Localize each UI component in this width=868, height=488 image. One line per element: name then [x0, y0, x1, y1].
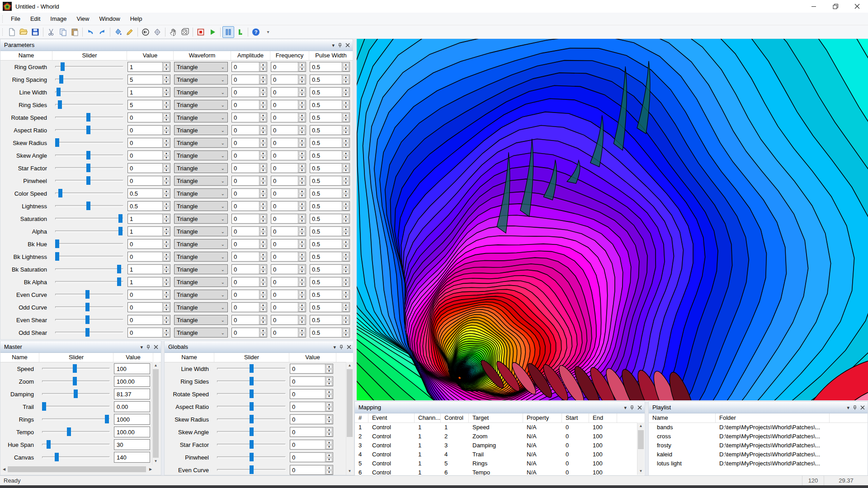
vertical-splitter[interactable]: [353, 39, 357, 400]
pulse-width-input[interactable]: [310, 239, 342, 249]
slider-track[interactable]: [55, 91, 123, 93]
spin-up-icon[interactable]: ▲: [343, 126, 349, 130]
new-file-button[interactable]: [6, 26, 18, 38]
spin-up-icon[interactable]: ▲: [260, 139, 266, 143]
waveform-select[interactable]: Triangle⌄: [174, 264, 228, 274]
menu-item-help[interactable]: Help: [125, 14, 147, 24]
spin-up-icon[interactable]: ▲: [299, 164, 305, 168]
spin-up-icon[interactable]: ▲: [326, 365, 332, 369]
master-value-input[interactable]: 1000: [114, 414, 150, 425]
spin-down-icon[interactable]: ▼: [260, 194, 266, 198]
slider-track[interactable]: [55, 129, 123, 131]
spin-up-icon[interactable]: ▲: [260, 63, 266, 67]
column-header-slider[interactable]: Slider: [214, 353, 289, 362]
column-header-folder[interactable]: Folder: [716, 413, 830, 422]
spin-down-icon[interactable]: ▼: [326, 432, 332, 436]
slider-thumb[interactable]: [74, 389, 78, 398]
scroll-down-icon[interactable]: ▼: [152, 458, 159, 465]
column-header-control[interactable]: Control: [441, 413, 469, 422]
spin-down-icon[interactable]: ▼: [299, 308, 305, 312]
master-value-input[interactable]: 100.00: [114, 376, 150, 387]
spin-down-icon[interactable]: ▼: [299, 118, 305, 122]
spin-up-icon[interactable]: ▲: [343, 139, 349, 143]
step-button[interactable]: [234, 26, 246, 38]
spin-down-icon[interactable]: ▼: [343, 257, 349, 261]
fill-button[interactable]: [112, 26, 124, 38]
spin-down-icon[interactable]: ▼: [260, 105, 266, 109]
frequency-input[interactable]: [271, 62, 298, 71]
spin-down-icon[interactable]: ▼: [343, 219, 349, 223]
slider-track[interactable]: [55, 155, 123, 156]
frequency-input[interactable]: [271, 138, 298, 147]
slider-track[interactable]: [217, 431, 286, 433]
spin-down-icon[interactable]: ▼: [260, 282, 266, 286]
pulse-width-input[interactable]: [310, 113, 342, 122]
spin-down-icon[interactable]: ▼: [326, 407, 332, 411]
spin-down-icon[interactable]: ▼: [326, 420, 332, 424]
globals-value-input[interactable]: [290, 377, 325, 386]
globals-value-input[interactable]: [290, 427, 325, 436]
master-menu-icon[interactable]: ▾: [140, 345, 143, 350]
master-value-input[interactable]: 100: [114, 363, 150, 374]
spin-down-icon[interactable]: ▼: [260, 118, 266, 122]
slider-track[interactable]: [55, 192, 123, 194]
slider-track[interactable]: [42, 393, 110, 395]
slider-track[interactable]: [55, 142, 123, 144]
mapping-vertical-scrollbar[interactable]: ▲ ▼: [637, 422, 644, 475]
param-value-input[interactable]: [128, 126, 162, 135]
globals-value-input[interactable]: [290, 465, 325, 474]
spin-down-icon[interactable]: ▼: [343, 244, 349, 249]
spin-up-icon[interactable]: ▲: [163, 126, 170, 130]
spin-up-icon[interactable]: ▲: [299, 291, 305, 295]
spin-up-icon[interactable]: ▲: [163, 88, 170, 92]
spin-down-icon[interactable]: ▼: [163, 105, 170, 109]
restore-button[interactable]: [825, 0, 846, 13]
copy-button[interactable]: [57, 26, 69, 38]
spin-down-icon[interactable]: ▼: [163, 232, 170, 236]
spin-up-icon[interactable]: ▲: [299, 253, 305, 257]
waveform-select[interactable]: Triangle⌄: [174, 113, 228, 122]
waveform-select[interactable]: Triangle⌄: [174, 176, 228, 186]
spin-down-icon[interactable]: ▼: [163, 320, 170, 324]
slider-thumb[interactable]: [85, 315, 90, 324]
spin-up-icon[interactable]: ▲: [343, 240, 349, 244]
frequency-input[interactable]: [271, 328, 298, 337]
spin-down-icon[interactable]: ▼: [299, 270, 305, 274]
spin-down-icon[interactable]: ▼: [299, 219, 305, 223]
record-button[interactable]: [195, 26, 207, 38]
slider-track[interactable]: [217, 380, 286, 382]
pulse-width-input[interactable]: [310, 290, 342, 299]
spin-down-icon[interactable]: ▼: [299, 67, 305, 71]
slider-track[interactable]: [55, 281, 123, 283]
column-header-#[interactable]: #: [355, 413, 368, 422]
spin-up-icon[interactable]: ▲: [299, 151, 305, 155]
spin-down-icon[interactable]: ▼: [343, 308, 349, 312]
param-value-input[interactable]: [128, 265, 162, 274]
spin-down-icon[interactable]: ▼: [163, 143, 170, 147]
bottom-splitter[interactable]: [645, 401, 648, 475]
pulse-width-input[interactable]: [310, 277, 342, 286]
slider-thumb[interactable]: [250, 427, 254, 436]
slider-track[interactable]: [55, 79, 123, 80]
spin-up-icon[interactable]: ▲: [260, 227, 266, 231]
origin-button[interactable]: [140, 26, 151, 38]
slider-thumb[interactable]: [117, 265, 121, 273]
spin-down-icon[interactable]: ▼: [343, 181, 349, 185]
pulse-width-input[interactable]: [310, 265, 342, 274]
pulse-width-input[interactable]: [310, 315, 342, 324]
spin-up-icon[interactable]: ▲: [299, 177, 305, 181]
spin-down-icon[interactable]: ▼: [260, 270, 266, 274]
amplitude-input[interactable]: [232, 189, 259, 198]
waveform-select[interactable]: Triangle⌄: [174, 277, 228, 287]
spin-down-icon[interactable]: ▼: [260, 169, 266, 173]
spin-up-icon[interactable]: ▲: [343, 328, 349, 333]
mapping-menu-icon[interactable]: ▾: [624, 405, 627, 410]
spin-up-icon[interactable]: ▲: [260, 113, 266, 117]
slider-track[interactable]: [55, 167, 123, 169]
pulse-width-input[interactable]: [310, 227, 342, 236]
param-value-input[interactable]: [128, 138, 162, 147]
spin-down-icon[interactable]: ▼: [326, 445, 332, 449]
spin-up-icon[interactable]: ▲: [343, 164, 349, 168]
slider-track[interactable]: [55, 66, 123, 68]
slider-thumb[interactable]: [118, 227, 123, 235]
